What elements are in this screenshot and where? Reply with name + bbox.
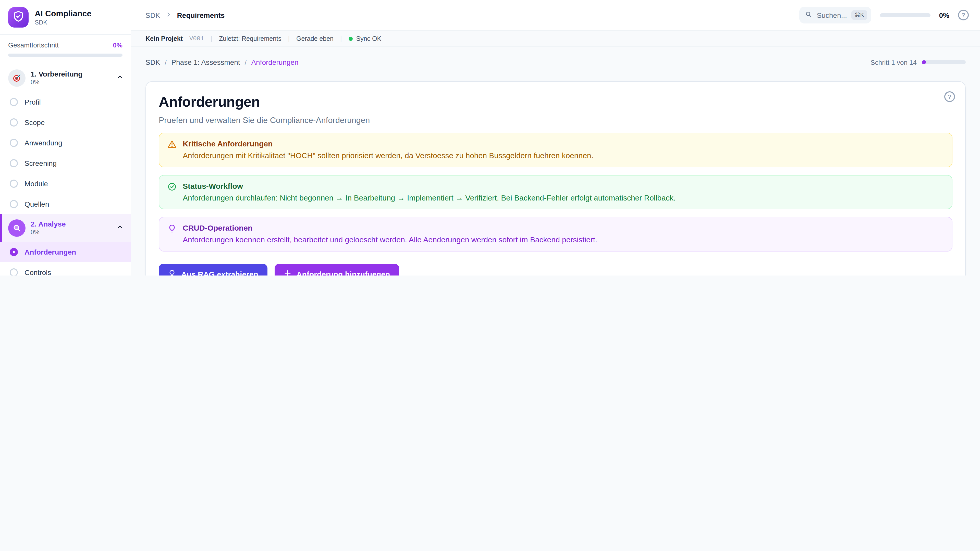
divider bbox=[288, 35, 290, 42]
note-body: Anforderungen mit Kritikalitaet "HOCH" s… bbox=[183, 151, 593, 160]
add-requirement-button[interactable]: Anforderung hinzufuegen bbox=[275, 264, 399, 275]
sync-status: Sync OK bbox=[348, 35, 382, 42]
target-icon bbox=[8, 69, 25, 87]
sidebar-item-module[interactable]: Module bbox=[0, 173, 130, 194]
phase-1-vorbereitung[interactable]: 1. Vorbereitung 0% bbox=[0, 64, 130, 92]
project-version: V001 bbox=[189, 35, 204, 42]
sidebar-item-label: Anwendung bbox=[24, 139, 62, 147]
sidebar-item-label: Quellen bbox=[24, 200, 49, 208]
main-area: SDK Requirements Suchen... ⌘K 0% Kein Pr bbox=[131, 0, 980, 275]
app-logo bbox=[8, 7, 29, 27]
chevron-up-icon bbox=[116, 73, 124, 83]
sidebar-item-screening[interactable]: Screening bbox=[0, 153, 130, 173]
step-progress: Schritt 1 von 14 bbox=[870, 59, 966, 66]
extract-from-rag-button[interactable]: Aus RAG extrahieren bbox=[159, 264, 267, 275]
sidebar-item-anwendung[interactable]: Anwendung bbox=[0, 133, 130, 153]
sidebar: AI Compliance SDK Gesamtfortschritt 0% bbox=[0, 0, 131, 275]
radio-icon bbox=[10, 200, 18, 208]
status-bar: Kein Projekt V001 Zuletzt: Requirements … bbox=[131, 30, 980, 47]
phase-title: 1. Vorbereitung bbox=[30, 70, 83, 79]
radio-selected-icon bbox=[10, 248, 18, 256]
sidebar-item-label: Profil bbox=[24, 98, 41, 106]
note-title: Status-Workflow bbox=[183, 181, 676, 190]
project-name: Kein Projekt bbox=[145, 35, 183, 42]
sidebar-item-anforderungen[interactable]: Anforderungen bbox=[0, 242, 130, 262]
sync-label: Sync OK bbox=[356, 35, 382, 42]
search-icon bbox=[805, 11, 812, 20]
magnifier-icon bbox=[8, 219, 25, 237]
breadcrumb-root[interactable]: SDK bbox=[145, 11, 160, 19]
keyboard-shortcut-badge: ⌘K bbox=[852, 10, 867, 20]
card-actions: Aus RAG extrahieren Anforderung hinzufue… bbox=[159, 264, 953, 275]
note-status-workflow: Status-Workflow Anforderungen durchlaufe… bbox=[159, 175, 953, 209]
phase-2-analyse[interactable]: 2. Analyse 0% bbox=[0, 214, 130, 242]
phase-percent: 0% bbox=[30, 79, 83, 86]
app-root: AI Compliance SDK Gesamtfortschritt 0% bbox=[0, 0, 980, 275]
radio-icon bbox=[10, 179, 18, 188]
chevron-right-icon bbox=[165, 11, 172, 20]
requirements-card: Anforderungen Pruefen und verwalten Sie … bbox=[145, 81, 966, 275]
last-saved-time: Gerade eben bbox=[296, 35, 334, 42]
sidebar-item-profil[interactable]: Profil bbox=[0, 92, 130, 112]
header-progress-bar bbox=[880, 13, 931, 17]
note-crud-operations: CRUD-Operationen Anforderungen koennen e… bbox=[159, 217, 953, 251]
note-title: Kritische Anforderungen bbox=[183, 139, 593, 148]
step-progress-bar bbox=[922, 60, 966, 64]
breadcrumb-current: Requirements bbox=[177, 11, 225, 19]
radio-icon bbox=[10, 159, 18, 167]
breadcrumb: SDK Phase 1: Assessment Anforderungen bbox=[145, 58, 299, 66]
step-label: Schritt 1 von 14 bbox=[870, 59, 917, 66]
sidebar-item-label: Scope bbox=[24, 118, 45, 127]
global-search[interactable]: Suchen... ⌘K bbox=[800, 6, 871, 24]
check-circle-icon bbox=[167, 182, 177, 203]
step-progress-fill bbox=[922, 60, 926, 64]
page-content: SDK Phase 1: Assessment Anforderungen Sc… bbox=[131, 47, 980, 275]
divider bbox=[340, 35, 342, 42]
radio-icon bbox=[10, 268, 18, 275]
breadcrumb-phase[interactable]: Phase 1: Assessment bbox=[171, 58, 240, 66]
question-circle-icon[interactable] bbox=[958, 10, 969, 21]
sync-ok-dot-icon bbox=[348, 37, 353, 41]
overall-progress-value: 0% bbox=[113, 41, 123, 49]
sidebar-item-label: Anforderungen bbox=[24, 248, 76, 256]
question-circle-icon[interactable] bbox=[944, 91, 955, 102]
note-critical-requirements: Kritische Anforderungen Anforderungen mi… bbox=[159, 133, 953, 167]
sidebar-item-quellen[interactable]: Quellen bbox=[0, 194, 130, 214]
search-placeholder: Suchen... bbox=[817, 11, 847, 19]
radio-icon bbox=[10, 118, 18, 127]
app-subtitle: SDK bbox=[35, 19, 91, 26]
lightbulb-icon bbox=[167, 224, 177, 245]
page-title: Anforderungen bbox=[159, 94, 953, 110]
overall-progress-label: Gesamtfortschritt bbox=[8, 41, 59, 49]
phase-percent: 0% bbox=[30, 229, 66, 237]
page-subtitle: Pruefen und verwalten Sie die Compliance… bbox=[159, 116, 953, 125]
radio-icon bbox=[10, 98, 18, 106]
page-breadcrumb-row: SDK Phase 1: Assessment Anforderungen Sc… bbox=[145, 58, 966, 66]
chevron-up-icon bbox=[116, 224, 124, 233]
sidebar-item-scope[interactable]: Scope bbox=[0, 112, 130, 133]
topbar: SDK Requirements Suchen... ⌘K 0% bbox=[131, 0, 980, 30]
sidebar-header: AI Compliance SDK bbox=[0, 0, 130, 35]
app-title-block: AI Compliance SDK bbox=[35, 9, 91, 26]
breadcrumb-separator bbox=[245, 58, 247, 66]
last-visited: Zuletzt: Requirements bbox=[219, 35, 282, 42]
radio-icon bbox=[10, 139, 18, 147]
button-label: Anforderung hinzufuegen bbox=[297, 270, 390, 275]
note-title: CRUD-Operationen bbox=[183, 224, 597, 232]
note-body: Anforderungen koennen erstellt, bearbeit… bbox=[183, 235, 597, 245]
sidebar-item-label: Module bbox=[24, 179, 48, 188]
breadcrumb-current: Anforderungen bbox=[251, 58, 298, 66]
shield-check-icon bbox=[12, 10, 24, 24]
sidebar-item-controls[interactable]: Controls bbox=[0, 262, 130, 275]
sidebar-item-label: Controls bbox=[24, 268, 51, 275]
note-body: Anforderungen durchlaufen: Nicht begonne… bbox=[183, 192, 676, 203]
button-label: Aus RAG extrahieren bbox=[181, 270, 258, 275]
app-name: AI Compliance bbox=[35, 9, 91, 19]
breadcrumb-sdk[interactable]: SDK bbox=[145, 58, 160, 66]
plus-icon bbox=[284, 269, 291, 275]
overall-progress-bar bbox=[8, 54, 123, 57]
phase-nav: 1. Vorbereitung 0% Profil Scope Anwendun… bbox=[0, 64, 130, 275]
sidebar-item-label: Screening bbox=[24, 159, 57, 167]
header-progress-value: 0% bbox=[939, 11, 950, 19]
divider bbox=[211, 35, 213, 42]
